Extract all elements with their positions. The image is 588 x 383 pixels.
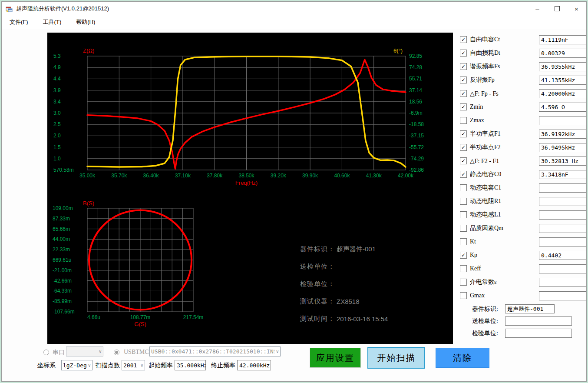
result-checkbox[interactable]: ✓ xyxy=(460,171,467,178)
result-row: ✓半功率点F136.9192kHz xyxy=(460,129,587,139)
result-value-field[interactable] xyxy=(539,210,587,220)
svg-text:22.33m: 22.33m xyxy=(53,246,70,253)
svg-text:G(S): G(S) xyxy=(134,321,146,327)
result-row: Gmax xyxy=(460,291,587,300)
result-value-field[interactable]: 4.20000kHz xyxy=(539,89,587,98)
svg-text:1.5: 1.5 xyxy=(53,144,61,150)
result-value-field[interactable] xyxy=(539,237,587,246)
result-checkbox[interactable] xyxy=(460,198,467,205)
svg-text:-107.66m: -107.66m xyxy=(53,309,75,315)
result-checkbox[interactable] xyxy=(460,292,467,299)
svg-text:87.33m: 87.33m xyxy=(53,216,70,222)
apply-settings-button[interactable]: 应用设置 xyxy=(310,348,361,368)
result-checkbox[interactable] xyxy=(460,279,467,286)
overlay-label: 检验单位： xyxy=(300,280,335,288)
impedance-phase-chart: 5.34.94.43.93.43.02.52.01.51.0570.58m92.… xyxy=(47,33,453,198)
svg-text:108.77m: 108.77m xyxy=(130,314,151,320)
extra-field-input[interactable]: 超声器件-001 xyxy=(505,304,555,313)
svg-text:35.00k: 35.00k xyxy=(79,173,96,179)
result-row: ✓谐振频率Fs36.9355kHz xyxy=(460,62,587,71)
result-label: Zmax xyxy=(470,117,539,124)
result-checkbox[interactable]: ✓ xyxy=(460,77,467,83)
result-checkbox[interactable]: ✓ xyxy=(460,157,467,164)
coord-system-value: lgZ-Deg xyxy=(63,362,86,369)
result-value-field[interactable]: 3.3418nF xyxy=(539,170,587,179)
result-checkbox[interactable] xyxy=(460,265,467,272)
overlay-line: 器件标识：超声器件-001 xyxy=(300,240,388,258)
result-checkbox[interactable]: ✓ xyxy=(460,130,467,137)
result-checkbox[interactable]: ✓ xyxy=(460,36,467,43)
result-row: Kt xyxy=(460,237,587,246)
result-value-field[interactable]: 4.596 Ω xyxy=(539,103,587,112)
menu-bar: 文件(F) 工具(T) 帮助(H) xyxy=(2,16,586,29)
result-row: 动态电感L1 xyxy=(460,210,587,220)
menu-help[interactable]: 帮助(H) xyxy=(72,17,99,28)
result-checkbox[interactable]: ✓ xyxy=(460,50,467,57)
start-scan-button[interactable]: 开始扫描 xyxy=(367,347,425,369)
minimize-button[interactable]: – xyxy=(528,2,547,16)
result-value-field[interactable] xyxy=(539,264,587,273)
result-value-field[interactable]: 0.4402 xyxy=(539,251,587,260)
result-value-field[interactable]: 4.1119nF xyxy=(539,35,587,44)
chevron-down-icon: ∨ xyxy=(88,363,91,368)
svg-text:65.66m: 65.66m xyxy=(53,226,70,232)
svg-text:217.54m: 217.54m xyxy=(183,314,204,320)
result-checkbox[interactable]: ✓ xyxy=(460,90,467,97)
svg-text:5.3: 5.3 xyxy=(53,53,61,59)
svg-text:109.00m: 109.00m xyxy=(53,205,73,211)
coord-system-combo[interactable]: lgZ-Deg ∨ xyxy=(61,360,92,370)
result-label: Gmax xyxy=(470,292,539,299)
result-value-field[interactable] xyxy=(539,183,587,193)
result-label: 自由电容Ct xyxy=(470,36,539,43)
result-checkbox[interactable] xyxy=(460,211,467,218)
result-value-field[interactable]: 36.9192kHz xyxy=(539,130,587,139)
menu-tools[interactable]: 工具(T) xyxy=(39,17,66,28)
overlay-line: 送检单位： xyxy=(300,258,388,275)
result-value-field[interactable] xyxy=(539,116,587,125)
result-row: ✓Kp0.4402 xyxy=(460,250,587,260)
results-panel: ✓自由电容Ct4.1119nF✓自由损耗Dt0.00329✓谐振频率Fs36.9… xyxy=(460,35,587,341)
svg-text:74.28: 74.28 xyxy=(409,64,422,70)
result-checkbox[interactable]: ✓ xyxy=(460,144,467,151)
result-checkbox[interactable]: ✓ xyxy=(460,103,467,110)
result-value-field[interactable]: 41.1355kHz xyxy=(539,76,587,85)
close-button[interactable]: × xyxy=(567,2,586,16)
result-checkbox[interactable]: ✓ xyxy=(460,63,467,70)
menu-file[interactable]: 文件(F) xyxy=(5,17,33,28)
serial-port-combo[interactable]: ∨ xyxy=(66,346,103,356)
usbtmc-address-combo[interactable]: USB0::0x0471::0x2786::T020215010::INSTR … xyxy=(149,346,281,356)
maximize-button[interactable] xyxy=(547,2,567,16)
extra-field-input[interactable] xyxy=(505,329,572,338)
result-value-field[interactable] xyxy=(539,224,587,233)
extra-field-input[interactable] xyxy=(505,316,572,326)
svg-text:37.14: 37.14 xyxy=(409,87,422,93)
result-value-field[interactable]: 0.00329 xyxy=(539,49,587,58)
serial-radio[interactable] xyxy=(43,350,49,355)
result-label: 动态电阻R1 xyxy=(470,197,539,205)
start-freq-input[interactable]: 35.000kHz xyxy=(175,360,206,370)
result-row: Zmax xyxy=(460,116,587,125)
scan-points-combo[interactable]: 2001 ∨ xyxy=(122,360,145,370)
clear-button[interactable]: 清除 xyxy=(436,348,489,368)
result-value-field[interactable] xyxy=(539,291,587,300)
result-value-field[interactable] xyxy=(539,197,587,206)
result-checkbox[interactable] xyxy=(460,225,467,232)
svg-text:B(S): B(S) xyxy=(83,200,94,206)
result-checkbox[interactable] xyxy=(460,117,467,124)
usbtmc-radio[interactable] xyxy=(114,350,119,355)
result-value-field[interactable]: 30.32813 Hz xyxy=(539,157,587,166)
result-label: 自由损耗Dt xyxy=(470,49,539,57)
result-checkbox[interactable] xyxy=(460,184,467,191)
result-value-field[interactable]: 36.9495kHz xyxy=(539,143,587,152)
svg-text:39.20k: 39.20k xyxy=(271,173,287,179)
overlay-line: 检验单位： xyxy=(300,275,388,293)
result-checkbox[interactable]: ✓ xyxy=(460,252,467,259)
result-value-field[interactable] xyxy=(539,278,587,287)
svg-text:-85.99m: -85.99m xyxy=(53,298,72,304)
svg-text:-64.33m: -64.33m xyxy=(53,288,72,294)
result-checkbox[interactable] xyxy=(460,238,467,245)
result-label: 谐振频率Fs xyxy=(470,63,539,70)
result-label: 半功率点F1 xyxy=(470,130,539,138)
stop-freq-input[interactable]: 42.000kHz xyxy=(237,360,271,370)
result-value-field[interactable]: 36.9355kHz xyxy=(539,62,587,71)
